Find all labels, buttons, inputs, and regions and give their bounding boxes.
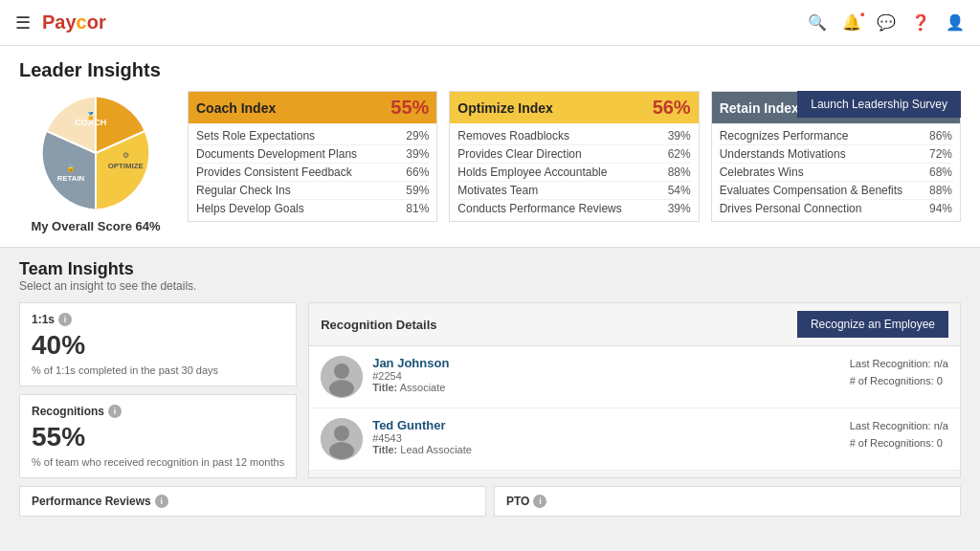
optimize-index-header: Optimize Index 56% xyxy=(450,92,698,123)
row-value: 68% xyxy=(929,165,952,179)
coach-index-card: Coach Index 55% Sets Role Expectations29… xyxy=(188,91,437,222)
index-row: Celebrates Wins68% xyxy=(720,164,952,182)
row-label: Holds Employee Accountable xyxy=(457,165,667,179)
pie-svg: COACH OPTIMIZE RETAIN 🏅 ⚙ 🔒 xyxy=(33,91,158,215)
metric-card-1-1s[interactable]: 1:1s i 40% % of 1:1s completed in the pa… xyxy=(19,302,297,386)
bottom-card[interactable]: PTO i xyxy=(494,486,961,517)
person-id: #2254 xyxy=(372,370,839,382)
svg-point-11 xyxy=(334,364,349,379)
team-insights-subtitle: Select an insight to see the details. xyxy=(19,279,961,293)
bottom-card-info-icon[interactable]: i xyxy=(533,495,546,508)
metric-2-desc: % of team who received recognition in pa… xyxy=(32,456,284,468)
index-row: Drives Personal Connection94% xyxy=(720,200,952,217)
pie-chart: COACH OPTIMIZE RETAIN 🏅 ⚙ 🔒 xyxy=(33,91,158,215)
bottom-cards: Performance Reviews iPTO i xyxy=(19,486,961,517)
bottom-card-label: PTO xyxy=(506,495,529,508)
index-row: Recognizes Performance86% xyxy=(720,127,952,145)
recognize-employee-button[interactable]: Recognize an Employee xyxy=(797,311,948,338)
row-label: Drives Personal Connection xyxy=(720,202,929,215)
recognition-item[interactable]: Jan Johnson #2254 Title: Associate Last … xyxy=(309,346,960,408)
row-value: 94% xyxy=(929,202,952,215)
person-info: Ted Gunther #4543 Title: Lead Associate xyxy=(372,418,839,455)
index-row: Understands Motivations72% xyxy=(720,145,952,164)
metric-1-title: 1:1s i xyxy=(32,313,284,326)
metric-2-title: Recognitions i xyxy=(32,405,284,418)
metric-1-value: 40% xyxy=(32,330,284,361)
svg-text:⚙: ⚙ xyxy=(122,151,129,160)
row-value: 29% xyxy=(406,129,429,143)
recognition-item[interactable]: Ted Gunther #4543 Title: Lead Associate … xyxy=(309,408,960,471)
svg-text:RETAIN: RETAIN xyxy=(57,174,85,183)
chat-icon[interactable]: 💬 xyxy=(877,13,896,32)
row-label: Recognizes Performance xyxy=(720,129,929,143)
retain-index-rows: Recognizes Performance86%Understands Mot… xyxy=(712,123,960,221)
last-recognition: Last Recognition: n/a xyxy=(850,418,948,435)
help-icon[interactable]: ❓ xyxy=(911,13,930,32)
avatar xyxy=(321,418,363,460)
person-title: Title: Associate xyxy=(372,382,839,393)
metric-2-info-icon[interactable]: i xyxy=(108,405,122,418)
svg-point-14 xyxy=(334,426,349,441)
metric-1-info-icon[interactable]: i xyxy=(58,313,72,326)
coach-index-header: Coach Index 55% xyxy=(189,92,436,123)
row-label: Provides Consistent Feedback xyxy=(196,165,406,179)
row-value: 86% xyxy=(929,129,952,143)
optimize-index-rows: Removes Roadblocks39%Provides Clear Dire… xyxy=(450,123,698,221)
row-label: Celebrates Wins xyxy=(720,165,929,179)
svg-text:OPTIMIZE: OPTIMIZE xyxy=(108,162,144,170)
row-label: Removes Roadblocks xyxy=(457,129,667,143)
svg-text:🔒: 🔒 xyxy=(66,163,76,172)
index-row: Sets Role Expectations29% xyxy=(196,127,429,145)
person-info: Jan Johnson #2254 Title: Associate xyxy=(372,356,839,393)
nav-left: ☰ Paycor xyxy=(15,11,106,33)
person-name: Ted Gunther xyxy=(372,418,839,432)
recognition-details-title: Recognition Details xyxy=(321,318,436,332)
search-icon[interactable]: 🔍 xyxy=(808,13,827,32)
metric-2-value: 55% xyxy=(32,422,284,452)
svg-text:🏅: 🏅 xyxy=(86,111,96,121)
row-value: 81% xyxy=(406,202,429,215)
paycor-logo: Paycor xyxy=(42,11,106,33)
row-label: Conducts Performance Reviews xyxy=(457,202,667,215)
index-row: Provides Clear Direction62% xyxy=(457,145,690,164)
recognition-area: Recognition Details Recognize an Employe… xyxy=(308,302,961,478)
metric-1-desc: % of 1:1s completed in the past 30 days xyxy=(32,364,284,376)
index-row: Regular Check Ins59% xyxy=(196,182,429,200)
metric-card-recognitions[interactable]: Recognitions i 55% % of team who receive… xyxy=(19,394,297,478)
person-id: #4543 xyxy=(372,432,839,444)
launch-leadership-survey-button[interactable]: Launch Leadership Survey xyxy=(797,91,961,118)
index-row: Removes Roadblocks39% xyxy=(457,127,690,145)
coach-index-percent: 55% xyxy=(390,97,429,119)
team-insights-content: 1:1s i 40% % of 1:1s completed in the pa… xyxy=(19,302,961,478)
avatar-svg xyxy=(321,356,363,398)
user-avatar[interactable]: 👤 xyxy=(946,13,965,32)
row-value: 88% xyxy=(668,165,691,179)
row-label: Provides Clear Direction xyxy=(457,147,667,161)
row-value: 59% xyxy=(406,184,429,197)
leader-insights-section: Leader Insights xyxy=(0,46,980,248)
row-value: 39% xyxy=(668,129,691,143)
row-label: Motivates Team xyxy=(457,184,667,197)
avatar xyxy=(321,356,363,398)
person-name: Jan Johnson xyxy=(372,356,839,370)
main-content: Leader Insights xyxy=(0,46,980,551)
hamburger-menu-icon[interactable]: ☰ xyxy=(15,12,31,33)
bottom-card-info-icon[interactable]: i xyxy=(155,495,168,508)
nav-right: 🔍 🔔● 💬 ❓ 👤 xyxy=(808,13,965,32)
person-title: Title: Lead Associate xyxy=(372,444,839,455)
recog-stats: Last Recognition: n/a # of Recognitions:… xyxy=(850,356,948,389)
optimize-index-percent: 56% xyxy=(653,97,691,119)
overall-score: My Overall Score 64% xyxy=(31,219,160,233)
top-navigation: ☰ Paycor 🔍 🔔● 💬 ❓ 👤 xyxy=(0,0,980,46)
optimize-index-title: Optimize Index xyxy=(457,100,553,116)
team-insights-title: Team Insights xyxy=(19,259,961,279)
team-insights-section: Team Insights Select an insight to see t… xyxy=(0,248,980,551)
employee-list: Jan Johnson #2254 Title: Associate Last … xyxy=(309,346,960,471)
bell-icon[interactable]: 🔔● xyxy=(842,13,861,32)
bottom-card[interactable]: Performance Reviews i xyxy=(19,486,486,517)
recognition-count: # of Recognitions: 0 xyxy=(850,435,948,452)
coach-index-rows: Sets Role Expectations29%Documents Devel… xyxy=(189,123,436,221)
index-row: Conducts Performance Reviews39% xyxy=(457,200,690,217)
bottom-card-label: Performance Reviews xyxy=(32,495,151,508)
coach-index-title: Coach Index xyxy=(196,100,276,116)
